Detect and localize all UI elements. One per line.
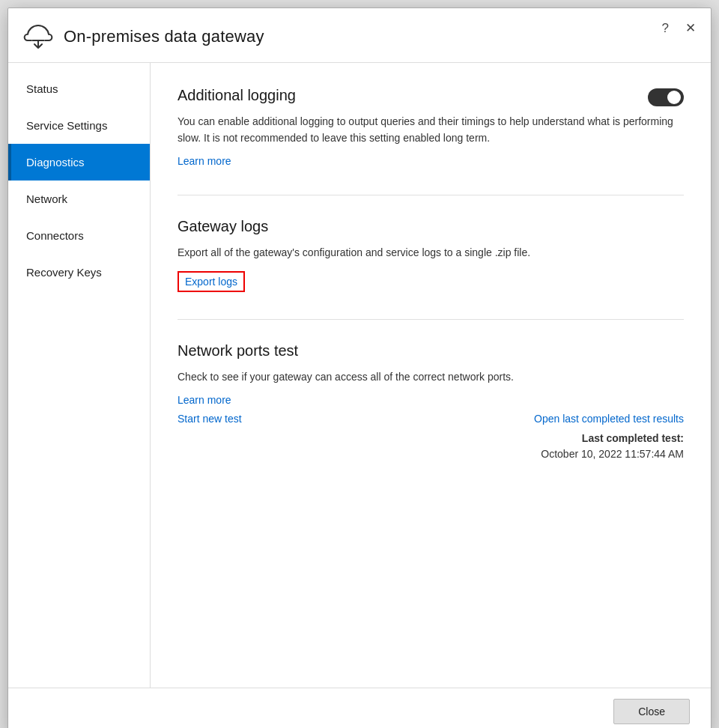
network-ports-desc: Check to see if your gateway can access …: [178, 368, 684, 385]
sidebar-item-service-settings[interactable]: Service Settings: [8, 107, 150, 144]
sidebar: Status Service Settings Diagnostics Netw…: [8, 63, 151, 688]
sidebar-item-connectors[interactable]: Connectors: [8, 217, 150, 254]
app-window: On-premises data gateway ? ✕ Status Serv…: [7, 7, 712, 728]
ports-links-row: Start new test Open last completed test …: [178, 413, 684, 425]
sidebar-item-status[interactable]: Status: [8, 70, 150, 107]
window-controls: ? ✕: [659, 20, 699, 36]
additional-logging-title: Additional logging: [178, 87, 633, 104]
network-ports-learn-more[interactable]: Learn more: [178, 394, 231, 406]
sidebar-item-recovery-keys[interactable]: Recovery Keys: [8, 254, 150, 291]
additional-logging-title-area: Additional logging: [178, 87, 633, 113]
export-logs-link[interactable]: Export logs: [178, 271, 245, 292]
content-area: Additional logging You can enable additi…: [151, 63, 711, 688]
network-ports-title: Network ports test: [178, 342, 684, 360]
additional-logging-desc: You can enable additional logging to out…: [178, 113, 684, 147]
title-bar: On-premises data gateway ? ✕: [8, 8, 711, 63]
gateway-icon: [23, 22, 53, 52]
additional-logging-section: Additional logging You can enable additi…: [178, 87, 684, 168]
footer: Close: [8, 688, 711, 728]
help-button[interactable]: ?: [659, 20, 672, 36]
last-completed-date: October 10, 2022 11:57:44 AM: [541, 448, 684, 460]
app-title: On-premises data gateway: [64, 27, 264, 46]
gateway-logs-desc: Export all of the gateway's configuratio…: [178, 244, 684, 261]
last-completed-label: Last completed test: October 10, 2022 11…: [178, 431, 684, 462]
network-ports-section: Network ports test Check to see if your …: [178, 342, 684, 461]
divider-1: [178, 195, 684, 195]
gateway-logs-title: Gateway logs: [178, 218, 684, 235]
additional-logging-header: Additional logging: [178, 87, 684, 113]
start-new-test-link[interactable]: Start new test: [178, 413, 242, 425]
additional-logging-learn-more[interactable]: Learn more: [178, 155, 231, 167]
open-last-results-link[interactable]: Open last completed test results: [534, 413, 684, 425]
last-completed-label-text: Last completed test:: [582, 432, 684, 444]
sidebar-item-diagnostics[interactable]: Diagnostics: [8, 144, 150, 181]
sidebar-item-network[interactable]: Network: [8, 181, 150, 217]
gateway-logs-section: Gateway logs Export all of the gateway's…: [178, 218, 684, 292]
additional-logging-toggle[interactable]: [648, 88, 684, 106]
main-area: Status Service Settings Diagnostics Netw…: [8, 63, 711, 688]
close-window-button[interactable]: ✕: [682, 20, 699, 36]
divider-2: [178, 319, 684, 320]
last-completed-area: Last completed test: October 10, 2022 11…: [178, 431, 684, 462]
close-button[interactable]: Close: [613, 699, 690, 724]
